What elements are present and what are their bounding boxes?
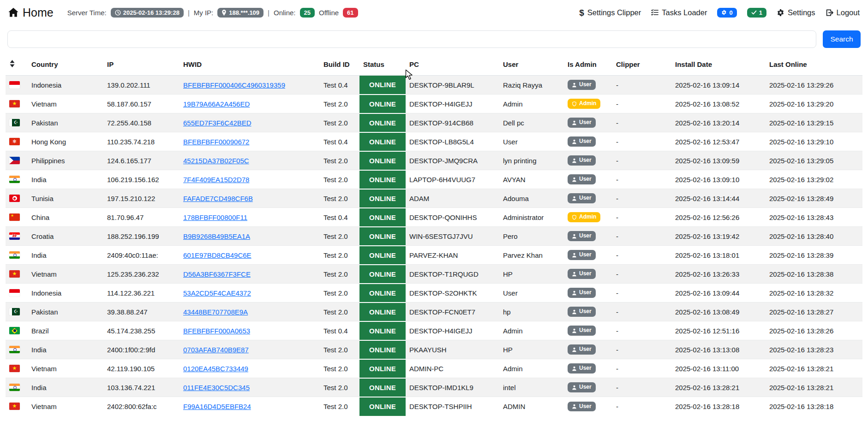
hwid-cell: F99A16D4D5EBFB24 <box>180 397 320 416</box>
user-badge: User <box>568 269 596 279</box>
status-cell: ONLINE <box>359 189 406 208</box>
column-header-install-date[interactable]: Install Date <box>671 54 766 76</box>
user-icon <box>572 253 577 258</box>
status-cell: ONLINE <box>359 284 406 302</box>
hwid-link[interactable]: 655ED7F3F6C42BED <box>183 119 251 127</box>
tasks-loader-link[interactable]: Tasks Loader <box>651 8 707 17</box>
logout-link[interactable]: Logout <box>826 8 860 17</box>
table-row: Hong Kong110.235.74.218BFEBFBFF00090672T… <box>6 132 862 151</box>
flag-cell <box>6 397 28 416</box>
user-cell: lyn printing <box>499 151 564 170</box>
hwid-link[interactable]: 0120EA45BC733449 <box>183 365 248 373</box>
ip-cell: 2400:1f00:2:9fd <box>103 340 180 359</box>
flag-indonesia-icon <box>9 81 20 89</box>
column-header-clipper[interactable]: Clipper <box>612 54 671 76</box>
my-ip-value: 188.***.109 <box>229 10 259 16</box>
hwid-link[interactable]: D56A3BF6367F3FCE <box>183 270 251 278</box>
clipper-cell: - <box>612 284 671 302</box>
is-admin-cell: User <box>564 113 612 132</box>
sort-icon <box>9 60 15 67</box>
flag-india-icon <box>9 384 20 391</box>
column-header-user[interactable]: User <box>499 54 564 76</box>
column-header-is-admin[interactable]: Is Admin <box>564 54 612 76</box>
flag-cell <box>6 76 28 95</box>
country-cell: Vietnam <box>28 95 103 113</box>
user-cell: User <box>499 284 564 302</box>
hwid-link[interactable]: BFEBFBFF000A0653 <box>183 327 250 335</box>
user-cell: Parvez Khan <box>499 246 564 265</box>
status-cell: ONLINE <box>359 340 406 359</box>
tasks-done-badge[interactable]: 1 <box>747 8 766 18</box>
table-row: Vietnam125.235.236.232D56A3BF6367F3FCETe… <box>6 265 862 284</box>
pc-cell: PARVEZ-KHAN <box>406 246 499 265</box>
column-header-hwid[interactable]: HWID <box>180 54 320 76</box>
server-meta: Server Time: 2025-02-16 13:29:28 | My IP… <box>67 8 358 18</box>
clipper-cell: - <box>612 378 671 397</box>
install-date-cell: 2025-02-16 13:28:18 <box>671 397 766 416</box>
hwid-cell: BFEBFBFF000406C4960319359 <box>180 76 320 95</box>
flag-tunisia-icon <box>9 195 20 202</box>
hwid-link[interactable]: 011FE4E30C5DC345 <box>183 384 250 391</box>
column-header-ip[interactable]: IP <box>103 54 180 76</box>
pc-cell: DESKTOP-IMD1KL9 <box>406 378 499 397</box>
settings-clipper-link[interactable]: $ Settings Clipper <box>579 8 641 17</box>
user-cell: intel <box>499 378 564 397</box>
clipper-cell: - <box>612 170 671 189</box>
status-cell: ONLINE <box>359 113 406 132</box>
clients-table: Country IP HWID Build ID Status PC User … <box>6 54 862 416</box>
is-admin-cell: User <box>564 246 612 265</box>
hwid-link[interactable]: F99A16D4D5EBFB24 <box>183 403 251 410</box>
flag-croatia-icon <box>9 232 20 240</box>
is-admin-cell: User <box>564 132 612 151</box>
hwid-link[interactable]: 45215DA37B02F05C <box>183 157 249 165</box>
search-button[interactable]: Search <box>823 30 861 48</box>
column-header-pc[interactable]: PC <box>406 54 499 76</box>
pc-cell: DESKTOP-FCN0ET7 <box>406 302 499 321</box>
hwid-link[interactable]: 19B79A66A2A456ED <box>183 100 250 108</box>
user-icon <box>572 139 577 144</box>
sort-column-header[interactable] <box>6 54 28 76</box>
ip-cell: 110.235.74.218 <box>103 132 180 151</box>
status-cell: ONLINE <box>359 151 406 170</box>
user-cell: HP <box>499 265 564 284</box>
hwid-link[interactable]: FAFADE7CD498CF6B <box>183 195 253 202</box>
hwid-link[interactable]: 601E97BD8CB49C6E <box>183 251 251 259</box>
hwid-link[interactable]: 43448BE707708E9A <box>183 308 248 316</box>
shield-icon <box>572 101 577 107</box>
is-admin-cell: User <box>564 397 612 416</box>
clipper-cell: - <box>612 359 671 378</box>
last-online-cell: 2025-02-16 13:29:15 <box>766 113 862 132</box>
is-admin-cell: User <box>564 321 612 340</box>
clipper-cell: - <box>612 321 671 340</box>
install-date-cell: 2025-02-16 13:19:42 <box>671 227 766 246</box>
column-header-last-online[interactable]: Last Online <box>766 54 862 76</box>
status-cell: ONLINE <box>359 321 406 340</box>
hwid-link[interactable]: 7F4F409EA15D2D78 <box>183 176 249 184</box>
user-icon <box>572 366 577 371</box>
column-header-build-id[interactable]: Build ID <box>320 54 359 76</box>
column-header-country[interactable]: Country <box>28 54 103 76</box>
settings-link[interactable]: Settings <box>777 8 815 17</box>
search-input[interactable] <box>7 30 816 48</box>
country-cell: Pakistan <box>28 113 103 132</box>
tasks-pending-badge[interactable]: 0 <box>717 8 736 18</box>
hwid-link[interactable]: BFEBFBFF000406C4960319359 <box>183 81 285 89</box>
tasks-pending-count: 0 <box>729 10 732 16</box>
server-time-value: 2025-02-16 13:29:28 <box>123 10 180 16</box>
country-cell: India <box>28 378 103 397</box>
country-cell: Vietnam <box>28 397 103 416</box>
hwid-link[interactable]: B9B9268B49B5EA1A <box>183 232 250 240</box>
hwid-link[interactable]: 53A2CD5F4CAE4372 <box>183 289 251 297</box>
pc-cell: LAPTOP-6H4VUUG7 <box>406 170 499 189</box>
flag-cell <box>6 246 28 265</box>
user-badge: User <box>568 250 596 260</box>
install-date-cell: 2025-02-16 12:56:26 <box>671 208 766 227</box>
last-online-cell: 2025-02-16 13:28:39 <box>766 246 862 265</box>
hwid-link[interactable]: BFEBFBFF00090672 <box>183 138 249 146</box>
hwid-link[interactable]: 0703AFAB740B9E87 <box>183 346 249 354</box>
hwid-cell: BFEBFBFF00090672 <box>180 132 320 151</box>
build-id-cell: Test 2.0 <box>320 227 359 246</box>
column-header-status[interactable]: Status <box>359 54 406 76</box>
home-link[interactable]: Home <box>8 6 54 19</box>
hwid-link[interactable]: 178BFBFF00800F11 <box>183 213 247 221</box>
